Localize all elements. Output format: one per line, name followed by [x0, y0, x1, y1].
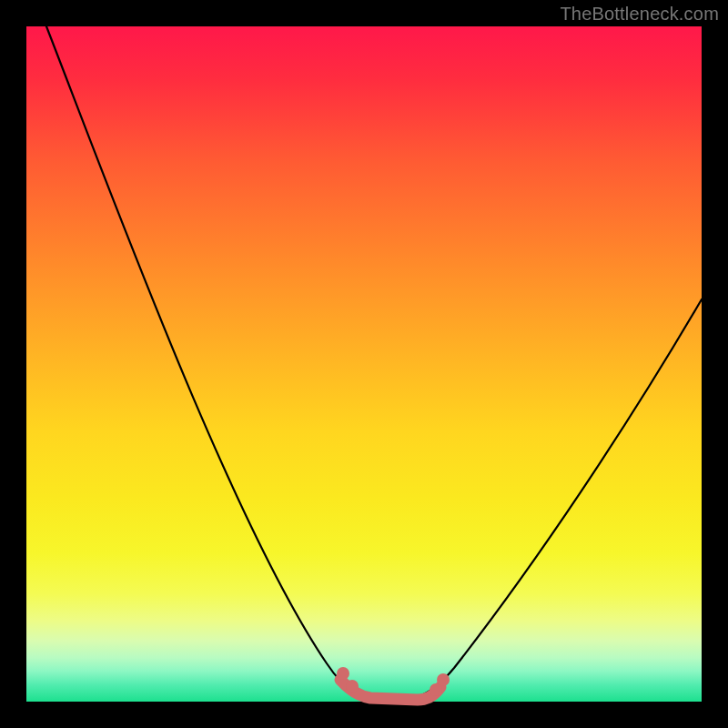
highlight-dot: [346, 680, 359, 693]
chart-overlay: [26, 26, 702, 702]
watermark-text: TheBottleneck.com: [560, 4, 719, 25]
highlight-dot: [337, 667, 349, 680]
highlight-dot: [437, 673, 450, 686]
chart-frame: TheBottleneck.com: [0, 0, 728, 728]
bottleneck-curve: [46, 26, 702, 700]
